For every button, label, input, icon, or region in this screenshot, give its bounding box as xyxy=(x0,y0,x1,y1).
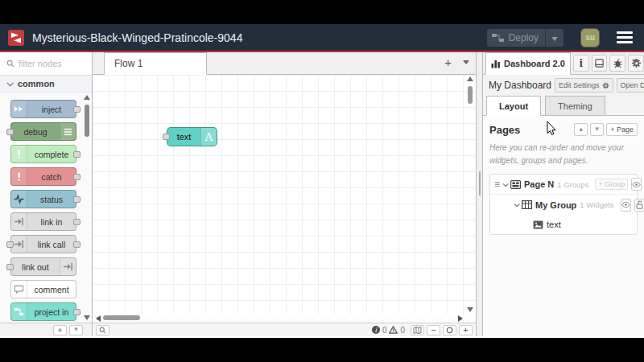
inject-icon xyxy=(11,101,27,117)
group-grid-icon xyxy=(522,200,532,209)
drag-handle-icon[interactable]: ≡ xyxy=(494,179,500,190)
tab-help[interactable] xyxy=(592,55,608,72)
palette-scrollbar[interactable] xyxy=(84,95,91,320)
add-page-button[interactable]: + Page xyxy=(606,123,638,136)
palette-node-label: inject xyxy=(27,105,76,114)
open-dashboard-label: Open Dashboard xyxy=(621,81,644,89)
flow-canvas[interactable]: text A xyxy=(93,75,476,314)
warning-icon[interactable] xyxy=(389,326,398,334)
palette-node-project-in[interactable]: project in xyxy=(10,302,76,321)
h-scrollbar-thumb[interactable] xyxy=(103,315,140,320)
palette-node-complete[interactable]: complete xyxy=(10,145,76,163)
canvas-search-button[interactable] xyxy=(96,325,109,335)
move-page-down-button[interactable]: ▼ xyxy=(590,123,604,136)
palette-node-label: status xyxy=(27,195,76,204)
zoom-in-button[interactable]: + xyxy=(459,325,473,335)
group-lock-button[interactable] xyxy=(634,199,644,212)
group-visibility-button[interactable] xyxy=(621,199,631,212)
tab-dashboard-2[interactable]: Dashboard 2.0 xyxy=(485,52,571,75)
error-count-icon[interactable]: i xyxy=(372,326,380,334)
book-icon xyxy=(594,58,605,68)
scroll-up-icon[interactable] xyxy=(467,76,473,81)
debug-icon xyxy=(60,123,76,140)
comment-icon xyxy=(11,281,27,298)
chevron-down-icon[interactable] xyxy=(514,201,520,207)
tree-row-widget-text[interactable]: text xyxy=(490,215,637,234)
deploy-options-caret[interactable] xyxy=(546,32,564,43)
canvas-node-label: text xyxy=(167,132,200,142)
collapse-all-categories-button[interactable]: ▲ xyxy=(53,325,67,335)
toggle-navigator-button[interactable] xyxy=(411,325,424,335)
palette-node-link-call[interactable]: link call xyxy=(10,235,76,253)
palette-search-placeholder: filter nodes xyxy=(19,59,62,68)
grip-icon xyxy=(479,171,481,195)
palette-node-debug[interactable]: debug xyxy=(10,122,76,141)
group-name: My Group xyxy=(535,200,576,210)
branch-icon xyxy=(11,303,27,320)
flow-list-caret[interactable] xyxy=(463,60,469,64)
move-page-up-button[interactable]: ▲ xyxy=(574,123,588,136)
palette-node-inject[interactable]: inject xyxy=(10,100,76,118)
tab-info[interactable]: i xyxy=(573,55,589,72)
search-icon xyxy=(6,60,14,68)
deploy-button[interactable]: Deploy xyxy=(487,29,564,47)
chevron-down-icon[interactable] xyxy=(503,181,509,187)
page-visibility-button[interactable] xyxy=(631,178,642,191)
chevron-down-icon xyxy=(6,80,13,86)
tab-layout[interactable]: Layout xyxy=(486,96,541,116)
add-flow-button[interactable]: + xyxy=(444,56,452,68)
tree-row-group[interactable]: My Group 1 Widgets xyxy=(490,195,637,215)
main-menu-button[interactable] xyxy=(617,31,633,43)
expand-all-categories-button[interactable]: ▼ xyxy=(69,325,83,335)
palette-node-comment[interactable]: comment xyxy=(10,280,76,298)
header: Mysterious-Black-Winged-Pratincole-9044 … xyxy=(0,24,644,52)
palette-node-status[interactable]: status xyxy=(10,190,76,208)
scroll-up-icon[interactable] xyxy=(84,95,90,100)
palette-scrollbar-thumb[interactable] xyxy=(85,105,89,137)
palette-node-link-out[interactable]: link out xyxy=(10,257,76,276)
layout-tree: ≡ Page N 1 Groups + Group xyxy=(489,174,638,235)
open-dashboard-button[interactable]: Open Dashboard xyxy=(617,78,644,93)
palette-category-label: common xyxy=(18,79,55,88)
exclaim-icon xyxy=(11,168,27,185)
dashboard-subtabs: Layout Theming xyxy=(483,96,644,116)
node-output-port xyxy=(73,219,80,225)
eye-icon xyxy=(632,180,641,189)
deploy-button-label: Deploy xyxy=(509,32,545,43)
canvas-horizontal-scrollbar[interactable] xyxy=(93,314,476,323)
tree-row-page[interactable]: ≡ Page N 1 Groups + Group xyxy=(490,175,637,195)
sidebar-resize-handle[interactable] xyxy=(476,52,483,336)
node-input-port xyxy=(6,241,14,248)
palette-category-common[interactable]: common xyxy=(0,76,92,93)
edit-settings-label: Edit Settings xyxy=(559,81,600,89)
palette-node-label: link in xyxy=(27,217,76,227)
scroll-down-icon[interactable] xyxy=(467,307,473,312)
canvas-node-text[interactable]: text A xyxy=(167,127,217,146)
v-scrollbar-thumb[interactable] xyxy=(468,86,473,104)
edit-settings-button[interactable]: Edit Settings xyxy=(555,78,613,93)
sidebar-menu-caret[interactable] xyxy=(632,52,638,67)
tab-debug[interactable] xyxy=(609,55,625,72)
node-input-port[interactable] xyxy=(163,134,170,140)
page-name: Page N xyxy=(524,179,554,189)
flow-tabbar: Flow 1 + xyxy=(93,52,476,75)
workspace-footer: i 0 0 − xyxy=(93,323,476,336)
scroll-left-icon[interactable] xyxy=(96,315,101,322)
palette-node-link-in[interactable]: link in xyxy=(10,212,76,231)
scroll-right-icon[interactable] xyxy=(458,315,463,322)
zoom-out-button[interactable]: − xyxy=(427,325,440,335)
tab-flow-1[interactable]: Flow 1 xyxy=(104,52,207,75)
user-avatar[interactable]: su xyxy=(581,29,599,47)
scroll-down-icon[interactable] xyxy=(84,315,90,320)
palette-node-catch[interactable]: catch xyxy=(10,167,76,186)
eye-icon xyxy=(621,200,630,209)
layout-panel: Pages ▲ ▼ + Page Here you can re-order a… xyxy=(483,116,644,336)
tab-theming[interactable]: Theming xyxy=(545,96,605,116)
node-input-port xyxy=(6,129,14,135)
canvas-vertical-scrollbar[interactable] xyxy=(467,76,474,312)
error-count: 0 xyxy=(382,326,387,335)
zoom-reset-button[interactable] xyxy=(443,325,456,335)
palette-search-input[interactable]: filter nodes xyxy=(0,52,92,76)
pages-heading: Pages xyxy=(489,124,572,136)
add-group-button[interactable]: + Group xyxy=(595,179,628,190)
